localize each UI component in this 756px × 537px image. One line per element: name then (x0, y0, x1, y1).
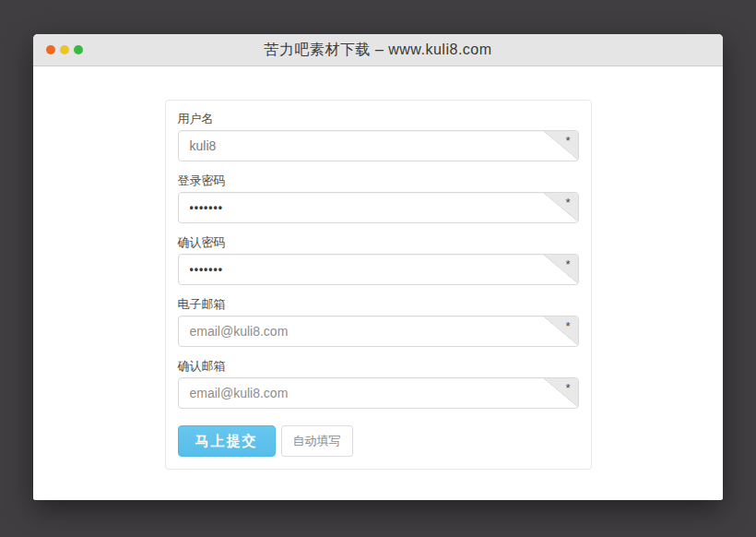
traffic-lights (46, 34, 83, 66)
password-input-wrap: * (178, 192, 579, 223)
confirm-password-field-group: 确认密码 * (178, 235, 579, 285)
confirm-password-input-wrap: * (178, 254, 579, 285)
confirm-password-input[interactable] (178, 254, 579, 285)
page-content: 用户名 * 登录密码 * 确认密码 (33, 100, 723, 500)
username-field-group: 用户名 * (178, 112, 579, 161)
email-input[interactable] (178, 316, 579, 347)
password-label: 登录密码 (178, 173, 579, 188)
email-input-wrap: * (178, 316, 579, 347)
password-input[interactable] (178, 192, 579, 223)
confirm-email-field-group: 确认邮箱 * (178, 359, 579, 409)
email-label: 电子邮箱 (178, 297, 579, 312)
confirm-email-input[interactable] (178, 377, 579, 409)
minimize-window-icon[interactable] (60, 45, 69, 54)
registration-form: 用户名 * 登录密码 * 确认密码 (165, 100, 592, 470)
button-row: 马上提交 自动填写 (178, 425, 579, 457)
autofill-button[interactable]: 自动填写 (281, 425, 353, 457)
email-field-group: 电子邮箱 * (178, 297, 579, 347)
username-input-wrap: * (178, 130, 579, 161)
password-field-group: 登录密码 * (178, 173, 579, 223)
zoom-window-icon[interactable] (74, 45, 83, 54)
confirm-email-label: 确认邮箱 (178, 359, 579, 374)
close-window-icon[interactable] (46, 45, 55, 54)
window-title: 苦力吧素材下载 – www.kuli8.com (264, 41, 491, 60)
window-titlebar: 苦力吧素材下载 – www.kuli8.com (33, 34, 723, 66)
confirm-email-input-wrap: * (178, 377, 579, 409)
confirm-password-label: 确认密码 (178, 235, 579, 250)
browser-window: 苦力吧素材下载 – www.kuli8.com 用户名 * 登录密码 * (33, 34, 723, 500)
username-input[interactable] (178, 130, 579, 161)
username-label: 用户名 (178, 112, 579, 126)
submit-button[interactable]: 马上提交 (178, 425, 276, 457)
